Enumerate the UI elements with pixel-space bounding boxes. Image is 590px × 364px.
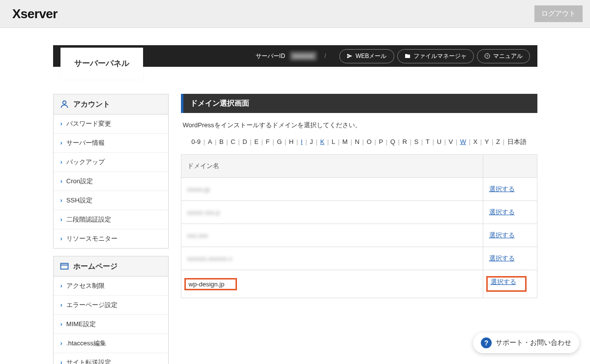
select-domain-link[interactable]: 選択する: [489, 254, 515, 262]
alpha-filter-Y[interactable]: Y: [485, 138, 489, 145]
alpha-filter-A[interactable]: A: [208, 138, 212, 145]
support-fab[interactable]: ? サポート・お問い合わせ: [473, 333, 579, 353]
alpha-filter-row: 0-9 | A | B | C | D | E | F | G | H | I …: [181, 138, 537, 154]
action-cell: 選択する: [483, 270, 537, 298]
select-domain-link[interactable]: 選択する: [489, 185, 515, 193]
sidebar-section-homepage: ホームページ アクセス制限エラーページ設定MIME設定.htaccess編集サイ…: [53, 256, 169, 364]
panel-title: サーバーパネル: [60, 48, 143, 80]
alpha-filter-E[interactable]: E: [254, 138, 259, 145]
webmail-label: WEBメール: [355, 52, 386, 60]
alpha-filter-C[interactable]: C: [231, 138, 235, 145]
domain-cell: xxxxx.jp: [181, 178, 483, 201]
question-icon: ?: [481, 337, 492, 348]
sidebar-homepage-item-0[interactable]: アクセス制限: [54, 277, 168, 295]
top-bar: Xserver ログアウト: [0, 0, 590, 28]
table-row: xxxxxx.xxxxxx.x選択する: [181, 247, 537, 270]
sidebar-section-account: アカウント パスワード変更サーバー情報バックアップCron設定SSH設定二段階認…: [53, 94, 169, 249]
alpha-filter-P[interactable]: P: [379, 138, 384, 145]
alpha-filter-N[interactable]: N: [355, 138, 359, 145]
sidebar-header-account: アカウント: [54, 94, 168, 114]
paper-plane-icon: [347, 53, 353, 59]
alpha-filter-S[interactable]: S: [414, 138, 419, 145]
main-content: ドメイン選択画面 WordPressをインストールするドメインを選択してください…: [181, 94, 537, 364]
alpha-filter-K[interactable]: K: [320, 138, 324, 145]
table-row: xxx.xxx選択する: [181, 224, 537, 247]
filemanager-button[interactable]: ファイルマネージャ: [397, 49, 474, 63]
table-row: xxxxx.jp選択する: [181, 178, 537, 201]
user-icon: [59, 99, 69, 109]
alpha-filter-D[interactable]: D: [242, 138, 247, 145]
domain-cell: wp-design.jp: [181, 270, 483, 298]
alpha-filter-F[interactable]: F: [266, 138, 270, 145]
sidebar-header-homepage: ホームページ: [54, 256, 168, 277]
logout-button[interactable]: ログアウト: [534, 5, 583, 22]
alpha-filter-B[interactable]: B: [219, 138, 224, 145]
webmail-button[interactable]: WEBメール: [339, 49, 394, 63]
sidebar-homepage-item-4[interactable]: サイト転送設定: [54, 353, 168, 364]
filemanager-label: ファイルマネージャ: [413, 52, 467, 60]
domain-cell: xxx.xxx: [181, 224, 483, 247]
table-row: wp-design.jp選択する: [181, 270, 537, 298]
manual-label: マニュアル: [493, 52, 523, 60]
alpha-filter-L[interactable]: L: [331, 138, 335, 145]
sidebar-homepage-title: ホームページ: [73, 262, 118, 271]
svg-point-2: [62, 101, 66, 104]
logo: Xserver: [12, 6, 58, 22]
server-id-label: サーバーID: [256, 52, 285, 60]
sidebar-account-item-1[interactable]: サーバー情報: [54, 134, 168, 152]
sidebar-account-item-4[interactable]: SSH設定: [54, 191, 168, 210]
alpha-filter-U[interactable]: U: [437, 138, 441, 145]
folder-icon: [405, 53, 411, 59]
sidebar-account-item-0[interactable]: パスワード変更: [54, 114, 168, 133]
header-blackbar: サーバーパネル サーバーID xxxxxxx / WEBメール ファイルマネージ…: [53, 45, 537, 67]
action-cell: 選択する: [483, 178, 537, 201]
main-description: WordPressをインストールするドメインを選択してください。: [181, 113, 537, 138]
alpha-filter-I[interactable]: I: [301, 138, 303, 145]
manual-button[interactable]: ? マニュアル: [477, 49, 530, 63]
alpha-filter-W[interactable]: W: [460, 138, 466, 145]
server-id-value: xxxxxxx: [290, 52, 317, 60]
main-title: ドメイン選択画面: [181, 94, 537, 113]
alpha-filter-X[interactable]: X: [473, 138, 478, 145]
action-cell: 選択する: [483, 201, 537, 224]
action-cell: 選択する: [483, 224, 537, 247]
sidebar-account-item-3[interactable]: Cron設定: [54, 172, 168, 191]
table-header-domain: ドメイン名: [181, 155, 483, 178]
table-header-action: [483, 155, 537, 178]
domain-table: ドメイン名 xxxxx.jp選択するxxxxx xxx.p選択するxxx.xxx…: [181, 154, 537, 298]
sidebar-homepage-item-2[interactable]: MIME設定: [54, 315, 168, 334]
sidebar-homepage-item-1[interactable]: エラーページ設定: [54, 296, 168, 314]
window-icon: [59, 261, 69, 271]
alpha-filter-日本語[interactable]: 日本語: [507, 138, 527, 145]
alpha-filter-M[interactable]: M: [342, 138, 348, 145]
domain-cell: xxxxx xxx.p: [181, 201, 483, 224]
table-row: xxxxx xxx.p選択する: [181, 201, 537, 224]
alpha-filter-G[interactable]: G: [277, 138, 282, 145]
sidebar-account-item-6[interactable]: リソースモニター: [54, 229, 168, 248]
action-cell: 選択する: [483, 247, 537, 270]
alpha-filter-O[interactable]: O: [367, 138, 372, 145]
svg-text:?: ?: [486, 55, 488, 58]
alpha-filter-J[interactable]: J: [310, 138, 313, 145]
question-circle-icon: ?: [484, 53, 490, 59]
server-id-display: サーバーID xxxxxxx /: [256, 52, 329, 60]
alpha-filter-H[interactable]: H: [289, 138, 294, 145]
alpha-filter-T[interactable]: T: [426, 138, 430, 145]
sidebar-homepage-item-3[interactable]: .htaccess編集: [54, 334, 168, 353]
sidebar-account-item-2[interactable]: バックアップ: [54, 153, 168, 171]
select-domain-link[interactable]: 選択する: [489, 208, 515, 216]
alpha-filter-V[interactable]: V: [448, 138, 453, 145]
select-domain-link[interactable]: 選択する: [491, 278, 516, 285]
sidebar-account-title: アカウント: [73, 100, 110, 109]
support-fab-label: サポート・お問い合わせ: [496, 338, 571, 347]
domain-cell: xxxxxx.xxxxxx.x: [181, 247, 483, 270]
alpha-filter-R[interactable]: R: [403, 138, 407, 145]
alpha-filter-Z[interactable]: Z: [496, 138, 500, 145]
alpha-filter-0-9[interactable]: 0-9: [191, 138, 201, 145]
sidebar: アカウント パスワード変更サーバー情報バックアップCron設定SSH設定二段階認…: [53, 94, 169, 364]
svg-rect-3: [60, 263, 68, 269]
select-domain-link[interactable]: 選択する: [489, 231, 515, 239]
sidebar-account-item-5[interactable]: 二段階認証設定: [54, 210, 168, 229]
alpha-filter-Q[interactable]: Q: [390, 138, 395, 145]
